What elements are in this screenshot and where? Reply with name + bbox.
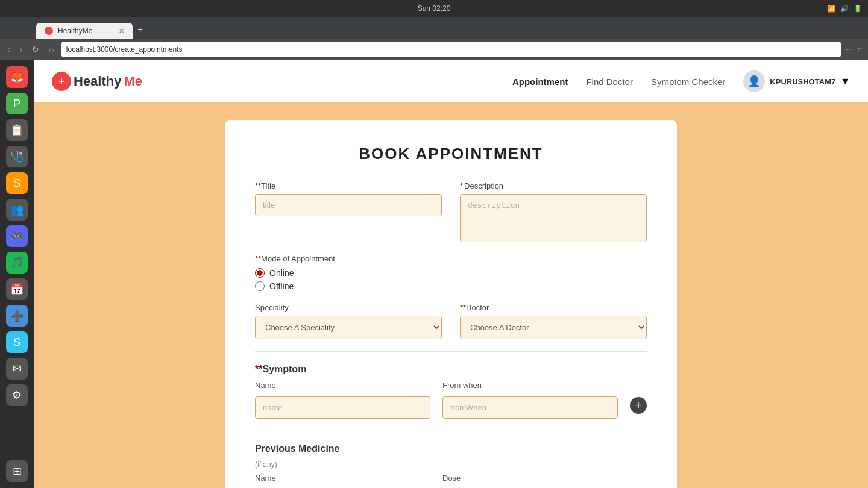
- user-avatar: 👤: [743, 70, 765, 92]
- browser-addressbar: ‹ › ↻ ⌂ localhost:3000/create_appointmen…: [0, 39, 868, 60]
- medicine-name-group: Name: [255, 474, 430, 488]
- new-tab-button[interactable]: +: [133, 20, 148, 39]
- user-name: KPURUSHOTAM7: [770, 77, 835, 86]
- prev-medicine-section: Previous Medicine (if any) Name Dose +: [255, 443, 647, 488]
- symptom-name-group: Name: [255, 381, 430, 419]
- radio-offline-label: Offline: [269, 281, 294, 291]
- form-title: BOOK APPOINTMENT: [255, 145, 647, 163]
- taskbar-icon-4[interactable]: S: [6, 172, 28, 194]
- user-dropdown-icon: ▼: [840, 76, 850, 87]
- taskbar: 🦊 P 📋 🩺 S 👥 🎮 🎵 📅 ➕ S ✉ ⚙ ⊞: [0, 60, 34, 488]
- taskbar-icon-10[interactable]: S: [6, 331, 28, 353]
- system-icons: 📶 🔊 🔋: [827, 5, 862, 13]
- wifi-icon: 📶: [827, 5, 835, 13]
- speciality-doctor-row: Speciality Choose A Speciality Cardiolog…: [255, 303, 647, 339]
- title-input[interactable]: [255, 194, 442, 216]
- taskbar-icon-3[interactable]: 🩺: [6, 146, 28, 167]
- home-button[interactable]: ⌂: [46, 43, 56, 55]
- browser-tabbar: HealthyMe ✕ +: [0, 17, 868, 39]
- taskbar-icon-11[interactable]: ✉: [6, 358, 28, 380]
- title-group: **Title: [255, 181, 442, 242]
- brand-icon: +: [52, 72, 71, 91]
- medicine-row: Name Dose +: [255, 474, 647, 488]
- radio-online-input[interactable]: [255, 268, 265, 278]
- browser-tab[interactable]: HealthyMe ✕: [36, 23, 133, 39]
- url-text: localhost:3000/create_appointments: [66, 45, 183, 54]
- brand: + HealthyMe: [52, 72, 512, 91]
- browser-title-text: Sun 02:20: [418, 4, 451, 13]
- symptom-section: **Symptom Name From when +: [255, 364, 647, 419]
- description-required-star: *: [460, 181, 463, 190]
- title-label: **Title: [255, 181, 442, 190]
- taskbar-icon-9[interactable]: ➕: [6, 305, 28, 327]
- medicine-inputs: Name Dose: [255, 474, 618, 488]
- medicine-dose-col-label: Dose: [442, 474, 618, 483]
- volume-icon: 🔊: [840, 5, 849, 13]
- back-button[interactable]: ‹: [5, 43, 13, 55]
- mode-group: **Mode of Appointment Online Offline: [255, 254, 647, 291]
- description-input[interactable]: [460, 194, 647, 242]
- bookmark-icon[interactable]: ☆: [857, 45, 863, 54]
- taskbar-icon-8[interactable]: 📅: [6, 278, 28, 300]
- app-container: + HealthyMe Appointment Find Doctor Symp…: [34, 60, 868, 488]
- main-content: BOOK APPOINTMENT **Title *Description: [34, 102, 868, 488]
- taskbar-icon-1[interactable]: P: [6, 93, 28, 114]
- description-label: *Description: [460, 181, 647, 190]
- brand-healthy: Healthy: [74, 74, 121, 89]
- symptom-fromwhen-col-label: From when: [442, 381, 618, 390]
- symptom-name-col-label: Name: [255, 381, 430, 390]
- prev-medicine-heading: Previous Medicine: [255, 443, 647, 454]
- radio-online[interactable]: Online: [255, 268, 647, 278]
- medicine-dose-group: Dose: [442, 474, 618, 488]
- radio-offline-input[interactable]: [255, 281, 265, 291]
- symptom-fromwhen-group: From when: [442, 381, 618, 419]
- doctor-group: **Doctor Choose A Doctor Dr. Smith Dr. J…: [460, 303, 647, 339]
- symptom-row: Name From when +: [255, 381, 647, 419]
- prev-medicine-subtext: (if any): [255, 460, 647, 469]
- navbar-user[interactable]: 👤 KPURUSHOTAM7 ▼: [743, 70, 850, 92]
- navbar: + HealthyMe Appointment Find Doctor Symp…: [34, 60, 868, 102]
- nav-symptom-checker[interactable]: Symptom Checker: [651, 77, 725, 87]
- taskbar-grid-icon[interactable]: ⊞: [6, 460, 28, 482]
- tab-close-button[interactable]: ✕: [119, 27, 124, 35]
- speciality-select[interactable]: Choose A Speciality Cardiology Neurology…: [255, 316, 442, 339]
- taskbar-icon-7[interactable]: 🎵: [6, 252, 28, 274]
- divider-1: [255, 351, 647, 352]
- tab-favicon: [45, 27, 53, 35]
- extensions-icon: ⋯: [846, 45, 853, 54]
- taskbar-firefox-icon[interactable]: 🦊: [6, 66, 28, 88]
- taskbar-icon-6[interactable]: 🎮: [6, 225, 28, 247]
- address-bar-icons: ⋯ ☆: [846, 45, 863, 54]
- doctor-label: **Doctor: [460, 303, 647, 312]
- tab-title: HealthyMe: [58, 27, 92, 35]
- taskbar-icon-12[interactable]: ⚙: [6, 384, 28, 406]
- taskbar-icon-5[interactable]: 👥: [6, 199, 28, 221]
- radio-offline[interactable]: Offline: [255, 281, 647, 291]
- symptom-inputs: Name From when: [255, 381, 618, 419]
- speciality-group: Speciality Choose A Speciality Cardiolog…: [255, 303, 442, 339]
- nav-appointment[interactable]: Appointment: [512, 77, 568, 87]
- divider-2: [255, 431, 647, 431]
- symptom-heading: **Symptom: [255, 364, 647, 375]
- add-symptom-button[interactable]: +: [630, 397, 647, 414]
- navbar-nav: Appointment Find Doctor Symptom Checker: [512, 77, 725, 87]
- reload-button[interactable]: ↻: [30, 43, 42, 55]
- address-bar[interactable]: localhost:3000/create_appointments: [61, 42, 841, 57]
- form-card: BOOK APPOINTMENT **Title *Description: [225, 120, 677, 488]
- mode-label: **Mode of Appointment: [255, 254, 647, 263]
- speciality-label: Speciality: [255, 303, 442, 312]
- doctor-select[interactable]: Choose A Doctor Dr. Smith Dr. Johnson Dr…: [460, 316, 647, 339]
- brand-me: Me: [124, 74, 142, 89]
- battery-icon: 🔋: [854, 5, 862, 13]
- browser-titlebar: Sun 02:20 📶 🔊 🔋: [0, 0, 868, 17]
- symptom-fromwhen-input[interactable]: [442, 396, 618, 419]
- radio-online-label: Online: [269, 268, 294, 278]
- medicine-name-col-label: Name: [255, 474, 430, 483]
- taskbar-icon-2[interactable]: 📋: [6, 119, 28, 141]
- nav-find-doctor[interactable]: Find Doctor: [586, 77, 633, 87]
- browser-chrome: Sun 02:20 📶 🔊 🔋 HealthyMe ✕ + ‹ › ↻ ⌂ lo…: [0, 0, 868, 60]
- forward-button[interactable]: ›: [17, 43, 25, 55]
- symptom-name-input[interactable]: [255, 396, 430, 419]
- title-description-row: **Title *Description: [255, 181, 647, 242]
- description-group: *Description: [460, 181, 647, 242]
